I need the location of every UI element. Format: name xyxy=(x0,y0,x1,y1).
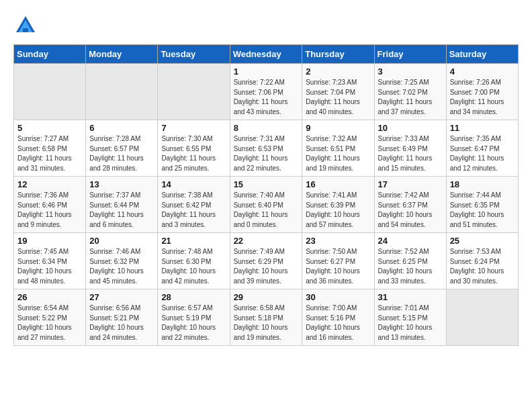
day-info: Sunrise: 7:52 AM Sunset: 6:25 PM Dayligh… xyxy=(378,247,443,286)
day-info: Sunrise: 7:42 AM Sunset: 6:37 PM Dayligh… xyxy=(378,191,443,230)
calendar-cell xyxy=(446,289,518,346)
calendar-cell xyxy=(14,64,86,120)
logo-icon xyxy=(13,13,38,38)
day-number: 9 xyxy=(306,123,370,133)
day-number: 22 xyxy=(234,236,299,246)
day-number: 21 xyxy=(161,236,226,246)
day-number: 2 xyxy=(306,66,370,77)
day-info: Sunrise: 7:27 AM Sunset: 6:58 PM Dayligh… xyxy=(17,134,82,173)
calendar-cell: 19Sunrise: 7:45 AM Sunset: 6:34 PM Dayli… xyxy=(14,233,86,289)
day-number: 10 xyxy=(378,123,443,133)
calendar-cell: 11Sunrise: 7:35 AM Sunset: 6:47 PM Dayli… xyxy=(446,120,518,177)
calendar-cell: 6Sunrise: 7:28 AM Sunset: 6:57 PM Daylig… xyxy=(86,120,158,177)
calendar-cell: 17Sunrise: 7:42 AM Sunset: 6:37 PM Dayli… xyxy=(374,177,446,233)
day-info: Sunrise: 7:22 AM Sunset: 7:06 PM Dayligh… xyxy=(234,78,299,117)
day-info: Sunrise: 7:36 AM Sunset: 6:46 PM Dayligh… xyxy=(17,191,82,230)
calendar-cell: 15Sunrise: 7:40 AM Sunset: 6:40 PM Dayli… xyxy=(230,177,302,233)
calendar-cell: 5Sunrise: 7:27 AM Sunset: 6:58 PM Daylig… xyxy=(14,120,86,177)
day-info: Sunrise: 7:48 AM Sunset: 6:30 PM Dayligh… xyxy=(161,247,226,286)
day-number: 29 xyxy=(234,292,299,302)
calendar-cell: 21Sunrise: 7:48 AM Sunset: 6:30 PM Dayli… xyxy=(158,233,230,289)
calendar-cell: 10Sunrise: 7:33 AM Sunset: 6:49 PM Dayli… xyxy=(374,120,446,177)
day-number: 15 xyxy=(234,179,299,189)
day-info: Sunrise: 6:54 AM Sunset: 5:22 PM Dayligh… xyxy=(17,304,82,342)
day-info: Sunrise: 7:41 AM Sunset: 6:39 PM Dayligh… xyxy=(306,191,370,230)
calendar-cell: 8Sunrise: 7:31 AM Sunset: 6:53 PM Daylig… xyxy=(230,120,302,177)
calendar-cell: 13Sunrise: 7:37 AM Sunset: 6:44 PM Dayli… xyxy=(86,177,158,233)
day-number: 11 xyxy=(450,123,515,133)
day-number: 12 xyxy=(17,179,82,189)
day-number: 5 xyxy=(17,123,82,133)
calendar-cell: 25Sunrise: 7:53 AM Sunset: 6:24 PM Dayli… xyxy=(446,233,518,289)
calendar-cell: 28Sunrise: 6:57 AM Sunset: 5:19 PM Dayli… xyxy=(158,289,230,346)
calendar-cell: 2Sunrise: 7:23 AM Sunset: 7:04 PM Daylig… xyxy=(302,64,374,120)
day-info: Sunrise: 6:57 AM Sunset: 5:19 PM Dayligh… xyxy=(161,304,226,342)
weekday-header: Tuesday xyxy=(158,45,230,64)
day-number: 25 xyxy=(450,236,515,246)
day-info: Sunrise: 7:33 AM Sunset: 6:49 PM Dayligh… xyxy=(378,134,443,173)
calendar-cell: 31Sunrise: 7:01 AM Sunset: 5:15 PM Dayli… xyxy=(374,289,446,346)
weekday-header: Sunday xyxy=(14,45,86,64)
day-number: 24 xyxy=(378,236,443,246)
calendar-week-row: 19Sunrise: 7:45 AM Sunset: 6:34 PM Dayli… xyxy=(14,233,519,289)
day-number: 17 xyxy=(378,179,443,189)
day-number: 30 xyxy=(306,292,370,302)
weekday-header-row: SundayMondayTuesdayWednesdayThursdayFrid… xyxy=(14,45,519,64)
day-info: Sunrise: 7:25 AM Sunset: 7:02 PM Dayligh… xyxy=(378,78,443,117)
calendar-cell: 7Sunrise: 7:30 AM Sunset: 6:55 PM Daylig… xyxy=(158,120,230,177)
day-number: 26 xyxy=(17,292,82,302)
calendar-cell: 22Sunrise: 7:49 AM Sunset: 6:29 PM Dayli… xyxy=(230,233,302,289)
page-header xyxy=(13,13,519,38)
day-info: Sunrise: 7:35 AM Sunset: 6:47 PM Dayligh… xyxy=(450,134,515,173)
weekday-header: Thursday xyxy=(302,45,374,64)
day-info: Sunrise: 6:58 AM Sunset: 5:18 PM Dayligh… xyxy=(234,304,299,342)
calendar-cell: 3Sunrise: 7:25 AM Sunset: 7:02 PM Daylig… xyxy=(374,64,446,120)
calendar-cell: 23Sunrise: 7:50 AM Sunset: 6:27 PM Dayli… xyxy=(302,233,374,289)
day-number: 4 xyxy=(450,66,515,77)
day-number: 7 xyxy=(161,123,226,133)
calendar-cell: 24Sunrise: 7:52 AM Sunset: 6:25 PM Dayli… xyxy=(374,233,446,289)
day-info: Sunrise: 7:28 AM Sunset: 6:57 PM Dayligh… xyxy=(89,134,154,173)
day-info: Sunrise: 7:01 AM Sunset: 5:15 PM Dayligh… xyxy=(378,304,443,342)
day-number: 18 xyxy=(450,179,515,189)
calendar-week-row: 26Sunrise: 6:54 AM Sunset: 5:22 PM Dayli… xyxy=(14,289,519,346)
day-number: 28 xyxy=(161,292,226,302)
calendar-cell: 12Sunrise: 7:36 AM Sunset: 6:46 PM Dayli… xyxy=(14,177,86,233)
weekday-header: Friday xyxy=(374,45,446,64)
day-info: Sunrise: 7:50 AM Sunset: 6:27 PM Dayligh… xyxy=(306,247,370,286)
day-number: 16 xyxy=(306,179,370,189)
day-number: 23 xyxy=(306,236,370,246)
day-info: Sunrise: 7:31 AM Sunset: 6:53 PM Dayligh… xyxy=(234,134,299,173)
calendar-cell xyxy=(158,64,230,120)
day-info: Sunrise: 7:23 AM Sunset: 7:04 PM Dayligh… xyxy=(306,78,370,117)
day-number: 27 xyxy=(89,292,154,302)
calendar-table: SundayMondayTuesdayWednesdayThursdayFrid… xyxy=(13,44,519,346)
calendar-cell xyxy=(86,64,158,120)
calendar-cell: 16Sunrise: 7:41 AM Sunset: 6:39 PM Dayli… xyxy=(302,177,374,233)
day-info: Sunrise: 7:40 AM Sunset: 6:40 PM Dayligh… xyxy=(234,191,299,230)
calendar-cell: 18Sunrise: 7:44 AM Sunset: 6:35 PM Dayli… xyxy=(446,177,518,233)
day-info: Sunrise: 7:44 AM Sunset: 6:35 PM Dayligh… xyxy=(450,191,515,230)
day-number: 14 xyxy=(161,179,226,189)
day-info: Sunrise: 7:49 AM Sunset: 6:29 PM Dayligh… xyxy=(234,247,299,286)
day-number: 19 xyxy=(17,236,82,246)
weekday-header: Monday xyxy=(86,45,158,64)
day-number: 20 xyxy=(89,236,154,246)
calendar-cell: 1Sunrise: 7:22 AM Sunset: 7:06 PM Daylig… xyxy=(230,64,302,120)
calendar-cell: 4Sunrise: 7:26 AM Sunset: 7:00 PM Daylig… xyxy=(446,64,518,120)
day-number: 3 xyxy=(378,66,443,77)
svg-rect-2 xyxy=(23,28,28,32)
day-number: 1 xyxy=(234,66,299,77)
day-number: 6 xyxy=(89,123,154,133)
calendar-cell: 9Sunrise: 7:32 AM Sunset: 6:51 PM Daylig… xyxy=(302,120,374,177)
weekday-header: Wednesday xyxy=(230,45,302,64)
calendar-week-row: 12Sunrise: 7:36 AM Sunset: 6:46 PM Dayli… xyxy=(14,177,519,233)
day-info: Sunrise: 7:38 AM Sunset: 6:42 PM Dayligh… xyxy=(161,191,226,230)
day-number: 31 xyxy=(378,292,443,302)
day-info: Sunrise: 7:00 AM Sunset: 5:16 PM Dayligh… xyxy=(306,304,370,342)
day-info: Sunrise: 7:32 AM Sunset: 6:51 PM Dayligh… xyxy=(306,134,370,173)
calendar-week-row: 1Sunrise: 7:22 AM Sunset: 7:06 PM Daylig… xyxy=(14,64,519,120)
day-info: Sunrise: 7:46 AM Sunset: 6:32 PM Dayligh… xyxy=(89,247,154,286)
calendar-cell: 27Sunrise: 6:56 AM Sunset: 5:21 PM Dayli… xyxy=(86,289,158,346)
day-info: Sunrise: 7:30 AM Sunset: 6:55 PM Dayligh… xyxy=(161,134,226,173)
